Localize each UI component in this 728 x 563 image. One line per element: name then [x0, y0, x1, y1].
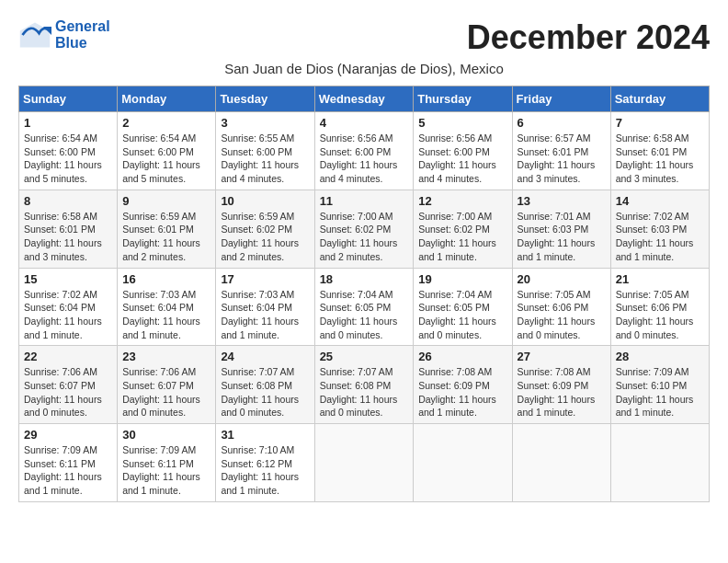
day-number: 31 — [221, 428, 309, 442]
day-info: Sunrise: 6:59 AMSunset: 6:02 PMDaylight:… — [221, 210, 309, 264]
calendar-cell — [414, 424, 512, 502]
calendar-cell: 14Sunrise: 7:02 AMSunset: 6:03 PMDayligh… — [610, 190, 709, 268]
calendar-header-monday: Monday — [118, 86, 216, 112]
day-number: 3 — [221, 116, 309, 130]
day-info: Sunrise: 7:08 AMSunset: 6:09 PMDaylight:… — [418, 365, 506, 419]
calendar-cell: 12Sunrise: 7:00 AMSunset: 6:02 PMDayligh… — [414, 190, 512, 268]
day-number: 17 — [221, 272, 309, 286]
day-number: 23 — [122, 350, 210, 363]
month-title: December 2024 — [467, 18, 710, 57]
day-number: 7 — [616, 116, 704, 130]
calendar-cell: 13Sunrise: 7:01 AMSunset: 6:03 PMDayligh… — [512, 190, 610, 268]
calendar-week-row: 15Sunrise: 7:02 AMSunset: 6:04 PMDayligh… — [19, 268, 710, 346]
calendar-cell: 24Sunrise: 7:07 AMSunset: 6:08 PMDayligh… — [216, 346, 314, 424]
calendar-cell: 22Sunrise: 7:06 AMSunset: 6:07 PMDayligh… — [19, 346, 118, 424]
calendar-cell: 16Sunrise: 7:03 AMSunset: 6:04 PMDayligh… — [118, 268, 216, 346]
day-info: Sunrise: 7:00 AMSunset: 6:02 PMDaylight:… — [320, 210, 409, 264]
day-info: Sunrise: 6:58 AMSunset: 6:01 PMDaylight:… — [616, 132, 704, 186]
day-info: Sunrise: 6:55 AMSunset: 6:00 PMDaylight:… — [221, 132, 309, 186]
day-number: 24 — [221, 350, 309, 363]
calendar-cell: 23Sunrise: 7:06 AMSunset: 6:07 PMDayligh… — [118, 346, 216, 424]
calendar-cell: 2Sunrise: 6:54 AMSunset: 6:00 PMDaylight… — [118, 112, 216, 190]
day-number: 26 — [418, 350, 506, 363]
day-number: 27 — [518, 350, 606, 363]
calendar-week-row: 1Sunrise: 6:54 AMSunset: 6:00 PMDaylight… — [19, 112, 710, 190]
calendar-header-tuesday: Tuesday — [216, 86, 314, 112]
day-info: Sunrise: 7:05 AMSunset: 6:06 PMDaylight:… — [616, 288, 704, 342]
day-info: Sunrise: 7:06 AMSunset: 6:07 PMDaylight:… — [122, 365, 210, 419]
calendar-cell: 17Sunrise: 7:03 AMSunset: 6:04 PMDayligh… — [216, 268, 314, 346]
calendar-cell: 28Sunrise: 7:09 AMSunset: 6:10 PMDayligh… — [610, 346, 709, 424]
day-info: Sunrise: 7:07 AMSunset: 6:08 PMDaylight:… — [320, 365, 409, 419]
day-number: 11 — [320, 194, 409, 208]
day-number: 21 — [616, 272, 704, 286]
day-number: 28 — [616, 350, 704, 363]
day-number: 9 — [122, 194, 210, 208]
calendar-cell: 1Sunrise: 6:54 AMSunset: 6:00 PMDaylight… — [19, 112, 118, 190]
calendar-week-row: 8Sunrise: 6:58 AMSunset: 6:01 PMDaylight… — [19, 190, 710, 268]
day-number: 16 — [122, 272, 210, 286]
day-number: 6 — [518, 116, 606, 130]
day-number: 8 — [24, 194, 112, 208]
calendar-cell: 10Sunrise: 6:59 AMSunset: 6:02 PMDayligh… — [216, 190, 314, 268]
day-number: 22 — [24, 350, 112, 363]
calendar-cell: 4Sunrise: 6:56 AMSunset: 6:00 PMDaylight… — [314, 112, 414, 190]
day-info: Sunrise: 7:09 AMSunset: 6:10 PMDaylight:… — [616, 365, 704, 419]
calendar-header-saturday: Saturday — [610, 86, 709, 112]
calendar-table: SundayMondayTuesdayWednesdayThursdayFrid… — [18, 86, 710, 502]
day-info: Sunrise: 6:58 AMSunset: 6:01 PMDaylight:… — [24, 210, 112, 264]
day-info: Sunrise: 7:02 AMSunset: 6:03 PMDaylight:… — [616, 210, 704, 264]
calendar-cell: 31Sunrise: 7:10 AMSunset: 6:12 PMDayligh… — [216, 424, 314, 502]
day-info: Sunrise: 6:54 AMSunset: 6:00 PMDaylight:… — [24, 132, 112, 186]
day-info: Sunrise: 7:09 AMSunset: 6:11 PMDaylight:… — [24, 443, 112, 498]
calendar-cell: 21Sunrise: 7:05 AMSunset: 6:06 PMDayligh… — [610, 268, 709, 346]
day-info: Sunrise: 7:04 AMSunset: 6:05 PMDaylight:… — [320, 288, 409, 342]
calendar-cell: 15Sunrise: 7:02 AMSunset: 6:04 PMDayligh… — [19, 268, 118, 346]
day-info: Sunrise: 7:03 AMSunset: 6:04 PMDaylight:… — [122, 288, 210, 342]
calendar-header-friday: Friday — [512, 86, 610, 112]
calendar-cell: 26Sunrise: 7:08 AMSunset: 6:09 PMDayligh… — [414, 346, 512, 424]
calendar-cell: 20Sunrise: 7:05 AMSunset: 6:06 PMDayligh… — [512, 268, 610, 346]
calendar-cell: 11Sunrise: 7:00 AMSunset: 6:02 PMDayligh… — [314, 190, 414, 268]
day-number: 2 — [122, 116, 210, 130]
day-number: 15 — [24, 272, 112, 286]
calendar-cell — [610, 424, 709, 502]
day-number: 13 — [518, 194, 606, 208]
day-info: Sunrise: 6:56 AMSunset: 6:00 PMDaylight:… — [320, 132, 409, 186]
day-number: 1 — [24, 116, 112, 130]
day-number: 20 — [518, 272, 606, 286]
day-info: Sunrise: 7:09 AMSunset: 6:11 PMDaylight:… — [122, 443, 210, 498]
calendar-cell: 6Sunrise: 6:57 AMSunset: 6:01 PMDaylight… — [512, 112, 610, 190]
calendar-cell: 30Sunrise: 7:09 AMSunset: 6:11 PMDayligh… — [118, 424, 216, 502]
calendar-cell: 18Sunrise: 7:04 AMSunset: 6:05 PMDayligh… — [314, 268, 414, 346]
calendar-cell: 25Sunrise: 7:07 AMSunset: 6:08 PMDayligh… — [314, 346, 414, 424]
day-number: 10 — [221, 194, 309, 208]
svg-marker-0 — [20, 23, 50, 48]
day-number: 30 — [122, 428, 210, 442]
logo-blue-text: Blue — [55, 35, 110, 52]
logo: General Blue — [18, 18, 110, 52]
day-number: 12 — [418, 194, 506, 208]
day-info: Sunrise: 7:05 AMSunset: 6:06 PMDaylight:… — [518, 288, 606, 342]
day-info: Sunrise: 7:04 AMSunset: 6:05 PMDaylight:… — [418, 288, 506, 342]
day-info: Sunrise: 7:02 AMSunset: 6:04 PMDaylight:… — [24, 288, 112, 342]
day-number: 4 — [320, 116, 409, 130]
day-info: Sunrise: 7:03 AMSunset: 6:04 PMDaylight:… — [221, 288, 309, 342]
day-number: 14 — [616, 194, 704, 208]
calendar-cell — [314, 424, 414, 502]
day-number: 18 — [320, 272, 409, 286]
calendar-cell — [512, 424, 610, 502]
day-info: Sunrise: 7:00 AMSunset: 6:02 PMDaylight:… — [418, 210, 506, 264]
calendar-cell: 8Sunrise: 6:58 AMSunset: 6:01 PMDaylight… — [19, 190, 118, 268]
calendar-cell: 29Sunrise: 7:09 AMSunset: 6:11 PMDayligh… — [19, 424, 118, 502]
calendar-cell: 9Sunrise: 6:59 AMSunset: 6:01 PMDaylight… — [118, 190, 216, 268]
logo-icon — [18, 18, 51, 52]
calendar-header-row: SundayMondayTuesdayWednesdayThursdayFrid… — [19, 86, 710, 112]
day-info: Sunrise: 6:59 AMSunset: 6:01 PMDaylight:… — [122, 210, 210, 264]
calendar-header-sunday: Sunday — [19, 86, 118, 112]
day-info: Sunrise: 6:57 AMSunset: 6:01 PMDaylight:… — [518, 132, 606, 186]
calendar-cell: 7Sunrise: 6:58 AMSunset: 6:01 PMDaylight… — [610, 112, 709, 190]
logo-general-text: General — [55, 18, 110, 35]
day-number: 25 — [320, 350, 409, 363]
day-info: Sunrise: 7:07 AMSunset: 6:08 PMDaylight:… — [221, 365, 309, 419]
